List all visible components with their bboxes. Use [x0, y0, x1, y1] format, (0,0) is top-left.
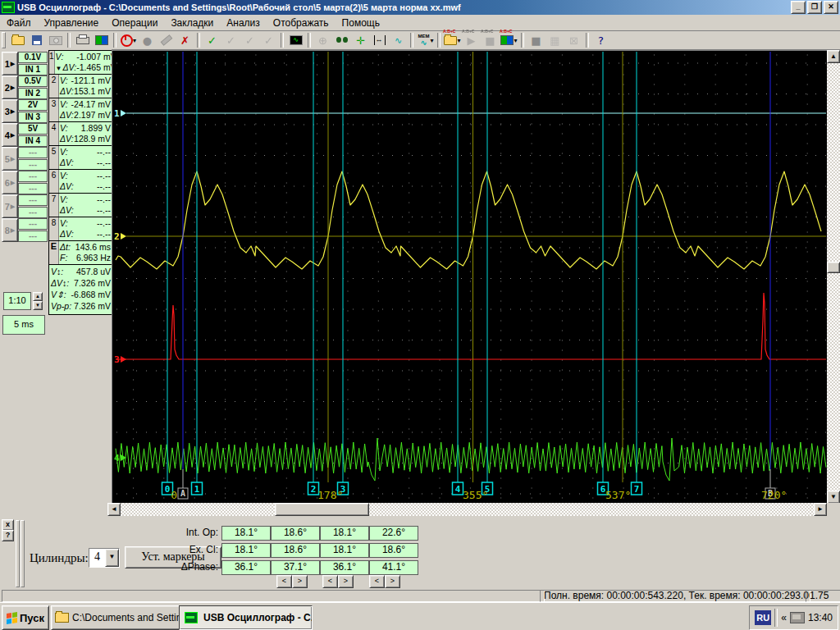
script-open-dropdown-arrow-icon[interactable]: ▾ — [457, 37, 460, 44]
channel-5-button[interactable]: 5▶ — [2, 147, 18, 171]
open-file-button[interactable] — [8, 32, 27, 48]
vertical-scroll-thumb[interactable] — [827, 262, 840, 273]
degree-label: 0 — [171, 489, 177, 501]
menu-item-2[interactable]: Операции — [105, 16, 164, 30]
oscillogram-canvas[interactable]: 01234567AB0178°355°537°720°1234 — [112, 51, 829, 504]
cylinder-next-button[interactable]: > — [338, 575, 354, 588]
cylinder-prev-button[interactable]: < — [276, 575, 292, 588]
wave-cursors-button[interactable]: ∿ — [389, 32, 408, 48]
channel-5-range[interactable]: --- — [18, 147, 48, 158]
start-button[interactable]: Пуск — [2, 605, 49, 630]
close-button[interactable]: ✕ — [824, 1, 838, 14]
menu-item-6[interactable]: Помощь — [336, 16, 386, 30]
channel-2-position-marker[interactable]: 2 — [114, 231, 126, 242]
menu-item-4[interactable]: Анализ — [220, 16, 267, 30]
cylinder-prev-button[interactable]: < — [322, 575, 338, 588]
channel-1-range[interactable]: 0.1V — [18, 52, 48, 63]
channel-7-range[interactable]: --- — [18, 194, 48, 206]
channel-6-input[interactable]: --- — [18, 183, 48, 194]
panel-splitter[interactable] — [16, 520, 20, 587]
channel-6-range[interactable]: --- — [18, 171, 48, 182]
tray-chevron-icon[interactable]: « — [781, 612, 787, 623]
print-button[interactable] — [73, 32, 92, 48]
channel-1-button[interactable]: 1▶ — [2, 52, 18, 75]
power-button[interactable]: ▾ — [119, 32, 138, 48]
display-settings-button[interactable] — [92, 32, 111, 48]
toolbar-grip[interactable] — [2, 32, 6, 48]
oscillogram-view-button[interactable]: ∿ — [286, 32, 305, 48]
channel-4-input[interactable]: IN 4 — [18, 135, 48, 147]
memory-dropdown-arrow-icon[interactable]: ▾ — [430, 37, 433, 44]
script-display-button[interactable]: A:B+C▾ — [500, 32, 518, 48]
script-open-button[interactable]: A:B+C▾ — [443, 32, 462, 48]
channel-3-button[interactable]: 3▶ — [2, 99, 18, 123]
menu-item-3[interactable]: Закладки — [164, 16, 220, 30]
cylinder-next-button[interactable]: > — [292, 575, 308, 588]
maximize-button[interactable]: ❐ — [807, 1, 822, 14]
horizontal-scroll-thumb[interactable] — [275, 503, 369, 516]
status-message-pane — [2, 590, 545, 602]
channel-2-button[interactable]: 2▶ — [2, 75, 18, 99]
chevron-down-icon[interactable]: ▼ — [105, 549, 119, 567]
vertical-scrollbar[interactable]: ▲ ▼ — [827, 50, 840, 504]
ratio-spin-up-button[interactable]: ▲ — [33, 292, 43, 301]
scroll-down-button[interactable]: ▼ — [827, 491, 840, 504]
menu-item-1[interactable]: Управление — [38, 16, 106, 30]
language-indicator[interactable]: RU — [755, 610, 771, 625]
cylinder-next-button[interactable]: > — [385, 575, 400, 588]
channel-3-settings: 2VIN 3 — [18, 99, 48, 121]
scroll-left-button[interactable]: ◄ — [107, 503, 121, 516]
channel-3-range[interactable]: 2V — [18, 99, 48, 111]
channel-2-range[interactable]: 0.5V — [18, 75, 48, 87]
accept-button[interactable]: ✓ — [203, 32, 221, 48]
channel-4-button[interactable]: 4▶ — [2, 123, 18, 147]
channel-7-button[interactable]: 7▶ — [2, 194, 18, 218]
task-button-1[interactable]: USB Осциллограф - С... — [179, 605, 313, 630]
marker-4[interactable]: 4 — [453, 482, 463, 495]
channel-8-range[interactable]: --- — [18, 218, 48, 230]
script-display-dropdown-arrow-icon[interactable]: ▾ — [514, 37, 517, 44]
scroll-right-button[interactable]: ► — [814, 503, 827, 516]
marker-1[interactable]: 1 — [192, 482, 203, 495]
panel-help-button[interactable]: ? — [2, 530, 14, 541]
oscillogram-plot[interactable]: 01234567AB0178°355°537°720°1234 — [112, 50, 829, 504]
channel-6-button[interactable]: 6▶ — [2, 171, 18, 194]
add-marker-button[interactable]: ✛ — [351, 32, 370, 48]
scroll-up-button[interactable]: ▲ — [827, 50, 840, 63]
network-icon[interactable] — [790, 612, 805, 623]
menu-item-5[interactable]: Отображать — [267, 16, 336, 30]
channel-1-input[interactable]: IN 1 — [18, 64, 48, 75]
cursor-value: 7.326 mV — [74, 278, 111, 290]
help-button[interactable]: ? — [591, 32, 610, 48]
erase-button[interactable]: ✗ — [176, 32, 194, 48]
channel-1-position-marker[interactable]: 1 — [114, 108, 126, 119]
channel-5-input[interactable]: --- — [18, 159, 48, 171]
record-button[interactable]: ● — [138, 32, 157, 48]
channel-3-input[interactable]: IN 3 — [18, 112, 48, 123]
timebase-value[interactable]: 5 ms — [2, 315, 45, 335]
channel-8-button[interactable]: 8▶ — [2, 218, 18, 242]
channel-2-input[interactable]: IN 2 — [18, 88, 48, 99]
marker-A[interactable]: A — [178, 488, 188, 499]
channel-7-input[interactable]: --- — [18, 207, 48, 218]
probe-ratio-value[interactable]: 1:10 — [3, 292, 31, 310]
vertical-cursors-button[interactable] — [370, 32, 389, 48]
add-marker-icon: ✛ — [356, 35, 365, 46]
pane-single-button[interactable]: ■ — [527, 32, 546, 48]
cylinder-prev-button[interactable]: < — [369, 575, 385, 588]
power-dropdown-arrow-icon[interactable]: ▾ — [133, 37, 136, 44]
panel-splitter[interactable] — [21, 520, 25, 587]
horizontal-scrollbar[interactable]: ◄ ► — [107, 503, 827, 516]
search-button[interactable] — [332, 32, 351, 48]
marker-7[interactable]: 7 — [632, 482, 642, 495]
channel-4-range[interactable]: 5V — [18, 123, 48, 135]
minimize-button[interactable]: _ — [791, 1, 806, 14]
cylinders-select[interactable]: 4 ▼ — [89, 548, 120, 568]
panel-close-button[interactable]: x — [2, 519, 14, 531]
channel-8-input[interactable]: --- — [18, 231, 48, 242]
save-file-button[interactable] — [27, 32, 46, 48]
ratio-spin-down-button[interactable]: ▼ — [33, 301, 43, 310]
task-button-0[interactable]: C:\Documents and Settin... — [51, 605, 185, 630]
memory-button[interactable]: MEM∿▾ — [416, 32, 435, 48]
menu-item-0[interactable]: Файл — [0, 16, 38, 30]
